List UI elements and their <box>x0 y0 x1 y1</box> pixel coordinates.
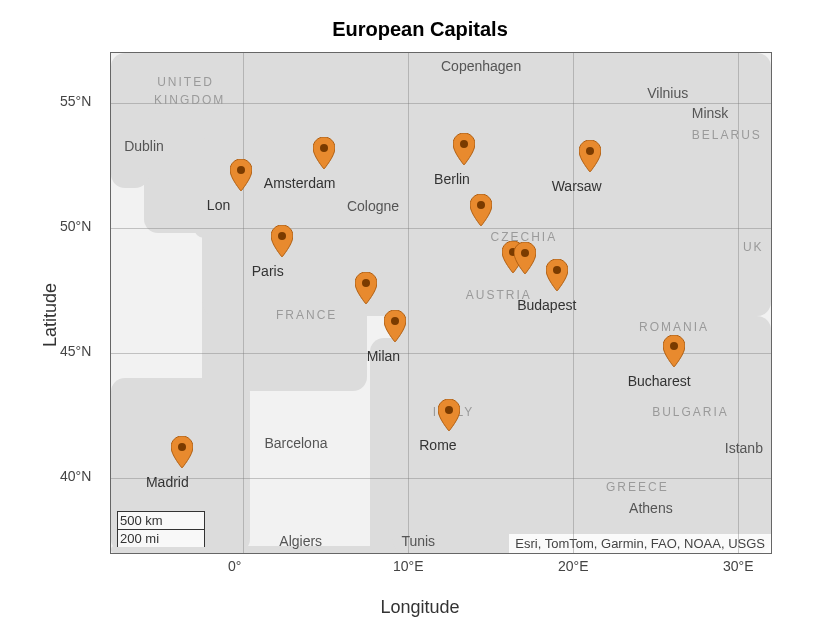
gridline <box>111 228 771 229</box>
svg-point-5 <box>477 201 485 209</box>
y-tick-label: 55°N <box>60 93 91 109</box>
y-tick-label: 45°N <box>60 343 91 359</box>
map-marker[interactable] <box>579 140 601 172</box>
svg-point-1 <box>320 144 328 152</box>
chart-title: European Capitals <box>0 18 840 41</box>
map-marker[interactable] <box>355 272 377 304</box>
scale-bar-mi: 200 mi <box>117 529 205 547</box>
map-marker[interactable] <box>384 310 406 342</box>
svg-point-4 <box>586 147 594 155</box>
gridline <box>111 103 771 104</box>
y-tick-label: 40°N <box>60 468 91 484</box>
landmass <box>202 53 771 316</box>
map-marker[interactable] <box>271 225 293 257</box>
svg-point-0 <box>237 166 245 174</box>
x-tick-label: 0° <box>228 558 241 574</box>
map-marker[interactable] <box>230 159 252 191</box>
basemap-label: Barcelona <box>264 435 327 451</box>
x-tick-label: 20°E <box>558 558 589 574</box>
map-marker[interactable] <box>453 133 475 165</box>
figure: European Capitals Latitude Longitude 500… <box>0 0 840 630</box>
map-marker[interactable] <box>171 436 193 468</box>
gridline <box>111 478 771 479</box>
map-marker[interactable] <box>470 194 492 226</box>
map-marker[interactable] <box>514 242 536 274</box>
svg-point-8 <box>553 266 561 274</box>
scale-bar: 500 km 200 mi <box>117 511 205 547</box>
x-tick-label: 30°E <box>723 558 754 574</box>
y-tick-label: 50°N <box>60 218 91 234</box>
landmass <box>392 316 772 554</box>
map-marker[interactable] <box>313 137 335 169</box>
map-marker[interactable] <box>546 259 568 291</box>
svg-point-9 <box>362 279 370 287</box>
y-axis-label: Latitude <box>40 283 61 347</box>
scale-bar-km: 500 km <box>117 511 205 529</box>
svg-point-3 <box>460 140 468 148</box>
svg-point-7 <box>521 249 529 257</box>
svg-point-12 <box>670 342 678 350</box>
map-marker[interactable] <box>438 399 460 431</box>
map-axes[interactable]: 500 km 200 mi Esri, TomTom, Garmin, FAO,… <box>110 52 772 554</box>
x-tick-label: 10°E <box>393 558 424 574</box>
svg-point-13 <box>178 443 186 451</box>
svg-point-11 <box>445 406 453 414</box>
landmass <box>111 53 205 148</box>
x-axis-label: Longitude <box>0 597 840 618</box>
svg-point-2 <box>278 232 286 240</box>
map-marker[interactable] <box>663 335 685 367</box>
svg-point-10 <box>391 317 399 325</box>
attribution-text: Esri, TomTom, Garmin, FAO, NOAA, USGS <box>509 534 771 553</box>
